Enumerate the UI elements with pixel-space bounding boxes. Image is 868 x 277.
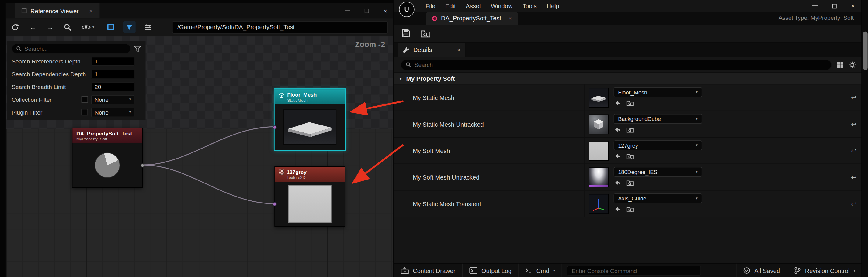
display-settings-button[interactable] xyxy=(837,61,844,68)
visibility-dropdown[interactable] xyxy=(81,24,94,30)
menu-window[interactable]: Window xyxy=(486,2,518,10)
reset-to-default-button[interactable] xyxy=(851,94,857,101)
asset-thumbnail[interactable] xyxy=(589,114,609,134)
unreal-logo[interactable] xyxy=(399,2,414,17)
minimize-button[interactable] xyxy=(812,5,818,6)
output-log-button[interactable]: Output Log xyxy=(463,264,519,277)
scrollbar-thumb[interactable] xyxy=(863,32,868,70)
minimize-button[interactable] xyxy=(345,10,350,11)
asset-thumbnail[interactable] xyxy=(589,88,609,107)
plugin-filter-dropdown[interactable]: None xyxy=(91,107,134,117)
asset-picker-dropdown[interactable]: 127grey xyxy=(614,140,702,150)
console-icon xyxy=(525,268,532,274)
use-selected-icon xyxy=(614,152,621,160)
property-row: My Static Mesh Transient Axis_Guide xyxy=(394,191,861,217)
graph-node-floor-mesh[interactable]: Floor_Mesh StaticMesh xyxy=(274,89,345,150)
browse-to-asset-button[interactable] xyxy=(626,152,633,160)
graph-canvas[interactable]: DA_PropertySoft_Test MyProperty_Soft Flo… xyxy=(6,36,393,277)
referencers-depth-input[interactable] xyxy=(91,57,134,66)
scrollbar-track[interactable] xyxy=(862,0,868,277)
asset-picker-value: Axis_Guide xyxy=(618,195,646,201)
maximize-button[interactable] xyxy=(832,4,837,8)
menu-asset[interactable]: Asset xyxy=(461,2,486,10)
graph-node-127grey[interactable]: 127grey Texture2D xyxy=(274,167,345,227)
close-tab-icon[interactable] xyxy=(89,8,93,14)
all-saved-button[interactable]: All Saved xyxy=(736,264,786,277)
browse-to-asset-button[interactable] xyxy=(626,99,633,107)
search-filter-icon[interactable] xyxy=(134,45,141,52)
dependencies-depth-input[interactable] xyxy=(91,70,134,78)
maximize-button[interactable] xyxy=(365,8,369,13)
use-selected-asset-button[interactable] xyxy=(614,179,621,186)
save-button[interactable] xyxy=(401,29,411,38)
close-button[interactable] xyxy=(383,7,388,14)
window-controls xyxy=(345,3,387,18)
use-selected-icon xyxy=(614,179,621,186)
breadth-limit-input[interactable] xyxy=(91,82,134,91)
use-selected-asset-button[interactable] xyxy=(614,152,621,160)
category-header[interactable]: My Property Soft xyxy=(394,72,861,84)
option-row: Search Breadth Limit xyxy=(11,82,141,92)
option-label: Collection Filter xyxy=(11,96,81,103)
input-pin[interactable] xyxy=(273,126,277,129)
menu-tools[interactable]: Tools xyxy=(518,2,542,10)
browse-to-asset-button[interactable] xyxy=(626,126,633,133)
filters-toggle[interactable] xyxy=(123,21,135,33)
reset-to-default-button[interactable] xyxy=(851,120,857,128)
output-pin[interactable] xyxy=(141,164,145,168)
asset-picker-dropdown[interactable]: Axis_Guide xyxy=(614,194,702,204)
close-button[interactable] xyxy=(851,2,855,9)
use-selected-asset-button[interactable] xyxy=(614,206,621,213)
collection-filter-checkbox[interactable] xyxy=(81,96,88,103)
reset-to-default-button[interactable] xyxy=(851,147,857,154)
reference-viewer-titlebar[interactable]: Reference Viewer xyxy=(6,3,393,18)
asset-tab[interactable]: DA_PropertySoft_Test xyxy=(426,11,518,25)
node-subtitle: StaticMesh xyxy=(287,98,317,103)
use-selected-icon xyxy=(614,206,621,213)
menu-file[interactable]: File xyxy=(421,2,440,10)
graph-search-input[interactable] xyxy=(24,45,126,52)
back-button[interactable] xyxy=(29,23,36,31)
window-title: Reference Viewer xyxy=(30,8,79,14)
details-tab[interactable]: Details xyxy=(398,42,465,57)
input-pin[interactable] xyxy=(273,202,277,206)
collection-filter-dropdown[interactable]: None xyxy=(91,95,134,104)
settings-button[interactable] xyxy=(849,61,856,68)
console-command-input[interactable] xyxy=(567,266,701,275)
menu-edit[interactable]: Edit xyxy=(440,2,461,10)
asset-thumbnail[interactable] xyxy=(589,194,609,214)
asset-path-field[interactable]: /Game/Property/Soft/DA_PropertySoft_Test xyxy=(172,21,388,33)
use-selected-asset-button[interactable] xyxy=(614,99,621,107)
show-referencers-toggle[interactable] xyxy=(104,21,117,33)
asset-thumbnail[interactable] xyxy=(589,141,609,161)
asset-picker-dropdown[interactable]: Floor_Mesh xyxy=(614,87,702,97)
filter-options-button[interactable] xyxy=(142,21,154,33)
reference-viewer-tab[interactable]: Reference Viewer xyxy=(15,3,99,18)
details-search-box[interactable] xyxy=(401,60,832,70)
browse-to-asset-button[interactable] xyxy=(626,179,633,186)
expander-icon[interactable] xyxy=(400,76,402,81)
browse-to-asset-button[interactable] xyxy=(421,29,431,38)
details-search-input[interactable] xyxy=(414,61,827,68)
reset-to-default-button[interactable] xyxy=(851,200,857,207)
content-drawer-button[interactable]: Content Drawer xyxy=(394,264,463,277)
close-tab-icon[interactable] xyxy=(457,47,461,53)
revision-control-button[interactable]: Revision Control xyxy=(787,264,862,277)
graph-search-box[interactable] xyxy=(11,44,130,54)
reset-to-default-button[interactable] xyxy=(851,173,857,181)
browse-to-asset-button[interactable] xyxy=(626,206,633,213)
property-label: My Soft Mesh Untracked xyxy=(413,164,479,190)
forward-button[interactable] xyxy=(46,23,54,31)
asset-thumbnail[interactable] xyxy=(589,167,609,187)
graph-node-da-propertysoft-test[interactable]: DA_PropertySoft_Test MyProperty_Soft xyxy=(72,128,143,188)
cmd-dropdown[interactable]: Cmd xyxy=(519,264,562,277)
refresh-button[interactable] xyxy=(11,23,19,31)
close-tab-icon[interactable] xyxy=(508,15,512,21)
use-selected-asset-button[interactable] xyxy=(614,126,621,133)
zoom-to-fit-button[interactable] xyxy=(64,23,71,31)
plugin-filter-checkbox[interactable] xyxy=(81,109,88,115)
asset-picker-dropdown[interactable]: BackgroundCube xyxy=(614,114,702,124)
asset-picker-dropdown[interactable]: 180Degree_IES xyxy=(614,167,702,177)
menu-help[interactable]: Help xyxy=(542,2,564,10)
search-zoom-icon xyxy=(64,23,71,31)
